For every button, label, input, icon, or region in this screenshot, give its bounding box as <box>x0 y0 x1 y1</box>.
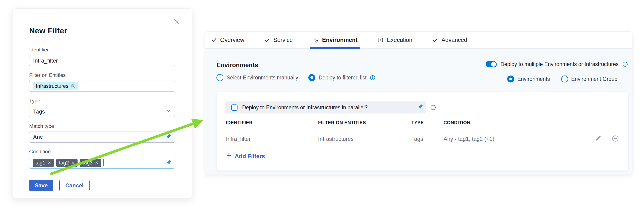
parallel-checkbox[interactable] <box>231 104 238 111</box>
radio-icon <box>561 76 568 82</box>
filter-on-entities-group: Filter on Entities Infrastructures <box>29 72 175 92</box>
toggle-label: Deploy to multiple Environments or Infra… <box>500 61 618 68</box>
radio-icon <box>507 76 514 82</box>
radio-label: Environment Group <box>571 76 618 82</box>
info-icon[interactable] <box>430 104 436 110</box>
toggle-knob <box>491 62 496 67</box>
column-header: CONDITION <box>444 120 470 125</box>
parallel-option-bar: Deploy to Environments or Infrastructure… <box>225 102 426 114</box>
condition-group: Condition tag1 ✕ tag2 ✕ tag3 ✕ <box>29 149 175 168</box>
condition-chip: tag2 ✕ <box>56 159 78 167</box>
radio-environment-group[interactable]: Environment Group <box>561 76 618 82</box>
execution-icon <box>377 37 384 43</box>
environment-icon <box>313 37 319 43</box>
tab-label: Overview <box>220 36 244 43</box>
entity-chip-label: Infrastructures <box>36 83 68 89</box>
radio-icon <box>216 74 224 81</box>
filter-on-entities-input[interactable]: Infrastructures <box>29 80 175 92</box>
match-type-group: Match type Any <box>29 123 175 143</box>
page: New Filter Identifier Infra_filter Filte… <box>0 0 644 208</box>
cell-type: Tags <box>411 136 423 142</box>
chip-remove-icon[interactable] <box>70 84 76 89</box>
add-filters-button[interactable]: Add Filters <box>226 152 265 160</box>
tab-label: Environment <box>322 36 358 43</box>
cell-condition: Any - tag1, tag2 (+1) <box>444 136 494 142</box>
condition-chip-label: tag2 <box>59 160 69 166</box>
divider <box>413 104 413 112</box>
environment-tab-content: Environments Select Environments manuall… <box>205 49 632 174</box>
type-label: Type <box>29 98 175 104</box>
chevron-down-icon <box>152 134 157 140</box>
column-header: FILTER ON ENTITIES <box>318 120 366 125</box>
condition-chip: tag3 ✕ <box>80 159 101 167</box>
filters-table-header: IDENTIFIER FILTER ON ENTITIES TYPE CONDI… <box>217 120 628 126</box>
identifier-value: Infra_filter <box>33 58 58 64</box>
minus-circle-icon <box>612 140 619 143</box>
match-type-pin-button[interactable] <box>161 132 175 143</box>
match-type-label: Match type <box>29 123 175 129</box>
parallel-label: Deploy to Environments or Infrastructure… <box>242 104 368 111</box>
stage-config-panel: Overview Service Environment Execution <box>205 31 632 174</box>
tab-advanced[interactable]: Advanced <box>432 32 467 49</box>
info-icon[interactable] <box>370 75 376 80</box>
info-icon[interactable] <box>622 62 628 67</box>
match-type-select[interactable]: Any <box>29 132 161 143</box>
column-header: TYPE <box>411 120 424 125</box>
filter-on-entities-label: Filter on Entities <box>29 72 175 78</box>
radio-select-environments-manually[interactable]: Select Environments manually <box>216 74 298 81</box>
type-select[interactable]: Tags <box>29 106 175 117</box>
pin-icon <box>164 132 172 142</box>
radio-label: Deploy to filtered list <box>318 74 366 81</box>
type-group: Type Tags <box>29 98 175 117</box>
condition-chip: tag1 ✕ <box>33 159 54 167</box>
pin-icon[interactable] <box>164 158 173 168</box>
new-filter-modal: New Filter Identifier Infra_filter Filte… <box>12 8 192 198</box>
tab-label: Execution <box>387 36 412 43</box>
condition-tags-input[interactable]: tag1 ✕ tag2 ✕ tag3 ✕ <box>29 157 175 168</box>
tab-environment[interactable]: Environment <box>313 32 358 49</box>
plus-icon <box>226 152 232 160</box>
tab-execution[interactable]: Execution <box>377 32 412 49</box>
tab-label: Service <box>274 36 292 43</box>
save-button[interactable]: Save <box>29 180 53 191</box>
check-icon <box>211 37 217 43</box>
environment-mode-radios: Select Environments manually Deploy to f… <box>216 74 376 81</box>
modal-title: New Filter <box>29 26 175 35</box>
filters-card: Deploy to Environments or Infrastructure… <box>217 92 628 170</box>
chip-remove-icon[interactable]: ✕ <box>48 161 51 165</box>
radio-icon <box>308 74 315 81</box>
check-icon <box>264 37 270 43</box>
identifier-label: Identifier <box>29 47 175 53</box>
condition-chip-label: tag1 <box>36 160 45 166</box>
multi-env-toggle[interactable] <box>486 61 497 68</box>
table-row: Infra_filter Infrastructures Tags Any - … <box>217 136 628 143</box>
cell-identifier: Infra_filter <box>226 136 251 142</box>
radio-label: Environments <box>518 76 550 82</box>
column-header: IDENTIFIER <box>226 120 252 125</box>
tab-overview[interactable]: Overview <box>211 32 244 49</box>
add-filters-label: Add Filters <box>235 153 265 160</box>
cancel-button[interactable]: Cancel <box>59 180 90 191</box>
condition-chip-label: tag3 <box>83 160 92 166</box>
check-icon <box>432 37 438 43</box>
modal-actions: Save Cancel <box>29 180 175 191</box>
remove-filter-button[interactable] <box>612 135 619 143</box>
tab-label: Advanced <box>442 36 467 43</box>
type-select-value: Tags <box>33 108 45 115</box>
multi-env-toggle-row: Deploy to multiple Environments or Infra… <box>486 61 628 68</box>
radio-deploy-to-filtered-list[interactable]: Deploy to filtered list <box>308 74 376 81</box>
entity-chip: Infrastructures <box>33 82 78 90</box>
match-type-select-value: Any <box>33 134 42 140</box>
chip-remove-icon[interactable]: ✕ <box>71 161 75 165</box>
radio-environments[interactable]: Environments <box>507 76 550 82</box>
identifier-input[interactable]: Infra_filter <box>29 55 175 66</box>
edit-filter-button[interactable] <box>595 135 602 142</box>
text-caret <box>104 159 104 166</box>
stage-tabs: Overview Service Environment Execution <box>205 32 632 49</box>
chip-remove-icon[interactable]: ✕ <box>95 161 98 165</box>
radio-label: Select Environments manually <box>227 74 298 81</box>
tab-service[interactable]: Service <box>264 32 292 49</box>
environments-heading: Environments <box>216 62 258 69</box>
pin-icon[interactable] <box>415 102 425 112</box>
environment-kind-radios: Environments Environment Group <box>507 76 618 82</box>
